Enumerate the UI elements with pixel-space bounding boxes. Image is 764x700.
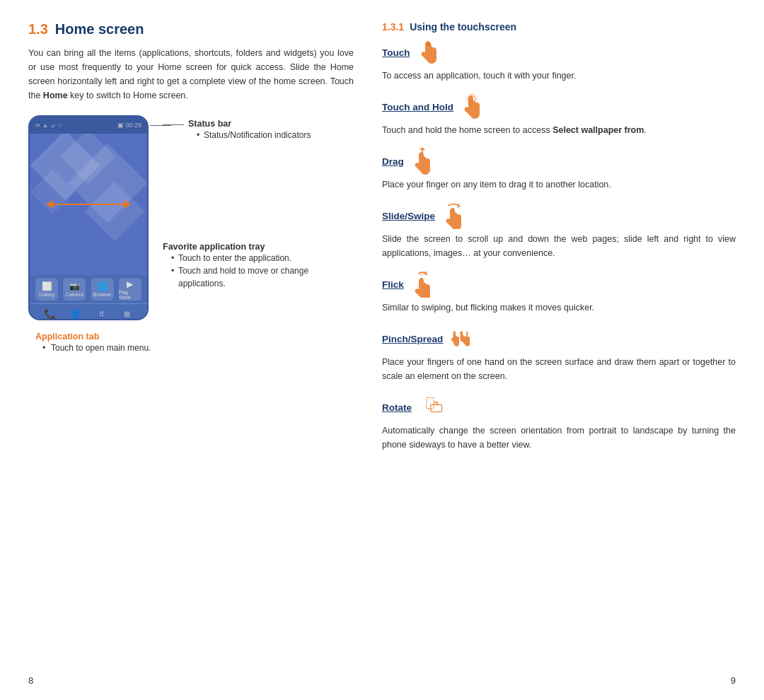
page-number-right: 9 [731,675,736,686]
touch-icon [416,40,441,65]
gesture-slide-swipe: Slide/Swipe Slide the screen to scroll u… [382,203,736,260]
gesture-pinch-spread-desc: Place your fingers of one hand on the sc… [382,355,736,383]
svg-rect-6 [431,404,442,412]
svg-rect-5 [427,397,434,409]
contacts-icon: 👤 [66,307,86,320]
fav-tray-label: Favorite application tray [163,242,354,252]
phone-status-bar: ✉▲⊿☆ ▣ 00:29 [30,117,147,134]
app-tab-bullet-1: Touch to open main menu. [42,342,354,354]
camera-icon: 📷 Camera [63,278,86,301]
phone-icon: 📞 [40,307,59,320]
gesture-touch-hold: Touch and Hold Touch and hold the home s… [382,94,736,137]
gesture-rotate-desc: Automatically change the screen orientat… [382,424,736,452]
section-title: Home screen [55,21,144,37]
rotate-icon [417,395,443,420]
playstore-icon: ▶ Play Store [119,278,141,301]
gesture-touch-title: Touch [382,47,410,58]
phone-screen [30,134,147,275]
slide-swipe-icon [441,203,466,228]
gesture-pinch-spread-title: Pinch/Spread [382,334,443,344]
section-header: 1.3 Home screen [28,21,354,37]
status-bar-pointer [150,125,171,126]
fav-tray-bullet-1: Touch to enter the application. [171,252,354,264]
page-footer: 8 9 [28,675,736,686]
gesture-flick: Flick Similar to swiping, but flicking m… [382,272,736,315]
grid-icon: ⊞ [117,307,137,320]
gesture-pinch-spread: Pinch/Spread Place your fingers of one h… [382,326,736,383]
subsection-header: 1.3.1 Using the touchscreen [382,21,736,33]
subsection-title: Using the touchscreen [410,21,516,33]
swipe-arrow [46,200,131,209]
status-bar-bullet: Status/Notification indicators [197,129,311,141]
menu-dots-icon: ⠿ [91,307,111,320]
phone-diagram-area: ✉▲⊿☆ ▣ 00:29 [28,115,354,320]
diagram-labels: Status bar Status/Notification indicator… [163,115,354,290]
gesture-drag-desc: Place your finger on any item to drag it… [382,177,736,192]
flick-icon [410,272,435,297]
intro-text: You can bring all the items (application… [28,46,354,103]
browser-icon: 🌐 Browser [91,278,114,301]
gesture-touch-hold-desc: Touch and hold the home screen to access… [382,123,736,137]
gesture-touch-desc: To access an application, touch it with … [382,69,736,83]
drag-icon [410,148,435,174]
app-tab-section: Application tab Touch to open main menu. [35,332,354,354]
fav-tray-bullet-2: Touch and hold to move or change applica… [171,264,354,290]
right-column: 1.3.1 Using the touchscreen Touch To acc… [382,21,736,672]
status-bar-label: Status bar [188,119,311,129]
gesture-slide-swipe-title: Slide/Swipe [382,211,435,221]
phone-nav-row: 📞 👤 ⠿ ⊞ [30,303,147,320]
gesture-rotate: Rotate Automatically change the screen o… [382,395,736,452]
section-number: 1.3 [28,21,48,37]
gesture-touch-hold-title: Touch and Hold [382,102,453,112]
gesture-drag: Drag Place your finger on any item to dr… [382,148,736,192]
gesture-flick-desc: Similar to swiping, but flicking makes i… [382,301,736,315]
gesture-slide-swipe-desc: Slide the screen to scroll up and down t… [382,232,736,260]
left-column: 1.3 Home screen You can bring all the it… [28,21,354,672]
gesture-rotate-title: Rotate [382,402,412,413]
page-number-left: 8 [28,675,33,686]
gallery-icon: ⬜ Gallery [35,278,58,301]
gesture-drag-title: Drag [382,156,404,167]
phone-mockup: ✉▲⊿☆ ▣ 00:29 [28,115,149,320]
pinch-spread-icon [448,326,474,351]
gesture-touch: Touch To access an application, touch it… [382,40,736,83]
svg-point-0 [426,43,431,47]
app-tray: ⬜ Gallery 📷 Camera 🌐 Browser ▶ [30,275,147,303]
app-tab-label: Application tab [35,332,354,342]
subsection-number: 1.3.1 [382,21,404,33]
gesture-flick-title: Flick [382,279,404,290]
touch-hold-icon [459,94,485,119]
